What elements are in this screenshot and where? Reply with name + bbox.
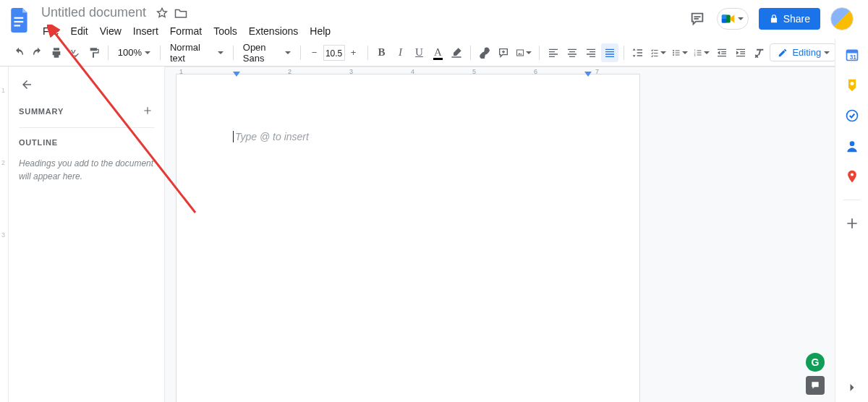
vertical-ruler: 1 2 3	[0, 67, 9, 402]
outline-collapse-button[interactable]	[19, 77, 35, 93]
line-spacing-button[interactable]	[629, 43, 647, 62]
docs-logo-icon[interactable]	[7, 4, 33, 36]
contacts-icon[interactable]	[845, 139, 859, 153]
svg-rect-18	[846, 50, 857, 53]
undo-button[interactable]	[10, 43, 27, 62]
numbered-list-button[interactable]: 123	[692, 43, 712, 62]
font-family-select[interactable]: Open Sans	[239, 43, 295, 62]
calendar-icon[interactable]: 31	[845, 48, 859, 62]
highlight-color-button[interactable]	[448, 43, 465, 62]
menu-bar: File Edit View Insert Format Tools Exten…	[38, 22, 336, 40]
underline-button[interactable]: U	[410, 43, 427, 62]
hide-side-panel-button[interactable]	[845, 380, 859, 395]
summary-heading: SUMMARY	[19, 107, 64, 116]
vruler-tick: 2	[1, 159, 5, 166]
ruler-tick: 7	[595, 68, 599, 75]
comments-icon[interactable]	[688, 9, 707, 28]
paragraph-style-select[interactable]: Normal text	[166, 43, 228, 62]
move-folder-icon[interactable]	[174, 7, 187, 20]
clear-formatting-button[interactable]	[751, 43, 768, 62]
font-size-input[interactable]: 10.5	[323, 45, 345, 61]
font-size-increase-button[interactable]: +	[345, 43, 362, 62]
menu-view[interactable]: View	[95, 22, 127, 40]
insert-image-button[interactable]	[514, 43, 534, 62]
share-button[interactable]: Share	[759, 8, 820, 30]
ruler-tick: 3	[349, 68, 353, 75]
text-color-button[interactable]: A	[429, 43, 446, 62]
zoom-value: 100%	[118, 47, 142, 58]
menu-insert[interactable]: Insert	[128, 22, 163, 40]
meet-button[interactable]	[717, 8, 749, 30]
svg-text:3: 3	[694, 54, 696, 57]
menu-file[interactable]: File	[38, 22, 64, 40]
zoom-select[interactable]: 100%	[114, 43, 155, 62]
redo-button[interactable]	[29, 43, 46, 62]
italic-button[interactable]: I	[391, 43, 409, 62]
document-placeholder: Type @ to insert	[233, 131, 309, 142]
svg-text:31: 31	[849, 54, 856, 61]
pencil-icon	[778, 48, 788, 58]
menu-edit[interactable]: Edit	[66, 22, 93, 40]
star-icon[interactable]	[156, 7, 169, 20]
align-left-button[interactable]	[545, 43, 562, 62]
menu-format[interactable]: Format	[165, 22, 207, 40]
paragraph-style-value: Normal text	[170, 42, 215, 64]
mode-select[interactable]: Editing	[770, 43, 836, 61]
menu-tools[interactable]: Tools	[208, 22, 242, 40]
title-area: Untitled document File Edit View Insert …	[38, 4, 336, 40]
title-bar: Untitled document File Edit View Insert …	[0, 0, 868, 39]
share-button-label: Share	[783, 13, 810, 25]
document-title[interactable]: Untitled document	[38, 4, 150, 21]
outline-heading: OUTLINE	[19, 138, 58, 147]
vruler-tick: 1	[1, 87, 5, 94]
font-family-value: Open Sans	[243, 42, 282, 64]
svg-rect-0	[14, 17, 24, 19]
add-summary-button[interactable]	[142, 106, 154, 117]
svg-point-13	[673, 54, 674, 56]
document-page[interactable]: Type @ to insert	[176, 74, 639, 402]
svg-rect-1	[14, 21, 24, 22]
font-size-control: − 10.5 +	[306, 43, 362, 62]
insert-comment-button[interactable]	[495, 43, 512, 62]
bold-button[interactable]: B	[373, 43, 390, 62]
decrease-indent-button[interactable]	[713, 43, 731, 62]
svg-point-22	[849, 141, 854, 146]
maps-icon[interactable]	[845, 169, 859, 184]
align-justify-button[interactable]	[601, 43, 618, 62]
svg-rect-10	[517, 49, 524, 55]
document-surface: 1 2 3 4 5 6 7 Type @ to insert	[165, 67, 868, 402]
tasks-icon[interactable]	[845, 108, 859, 123]
increase-indent-button[interactable]	[732, 43, 749, 62]
horizontal-ruler[interactable]: 1 2 3 4 5 6 7	[165, 67, 868, 67]
svg-rect-2	[14, 25, 21, 26]
vruler-tick: 3	[1, 231, 5, 239]
svg-rect-7	[721, 19, 726, 23]
align-center-button[interactable]	[563, 43, 581, 62]
checklist-button[interactable]	[648, 43, 668, 62]
side-panel: 31	[835, 39, 868, 402]
grammarly-icon[interactable]: G	[806, 353, 825, 372]
svg-rect-6	[721, 15, 726, 20]
align-right-button[interactable]	[582, 43, 600, 62]
spellcheck-button[interactable]	[67, 43, 84, 62]
ruler-tick: 2	[288, 68, 292, 75]
bulleted-list-button[interactable]	[670, 43, 690, 62]
toolbar: 100% Normal text Open Sans − 10.5 + B I …	[0, 39, 868, 67]
topbar-right: Share	[688, 4, 861, 30]
right-indent-marker[interactable]	[584, 72, 592, 77]
svg-point-20	[850, 82, 854, 85]
print-button[interactable]	[48, 43, 65, 62]
menu-extensions[interactable]: Extensions	[244, 22, 303, 40]
menu-help[interactable]: Help	[305, 22, 336, 40]
account-avatar[interactable]	[830, 7, 854, 30]
explore-button[interactable]	[806, 376, 825, 395]
ruler-tick: 1	[179, 68, 183, 75]
keep-icon[interactable]	[845, 78, 859, 93]
ruler-tick: 4	[411, 68, 414, 75]
outline-panel: SUMMARY OUTLINE Headings you add to the …	[9, 67, 165, 402]
font-size-decrease-button[interactable]: −	[306, 43, 323, 62]
insert-link-button[interactable]	[476, 43, 493, 62]
add-addon-button[interactable]	[845, 216, 859, 231]
paint-format-button[interactable]	[85, 43, 103, 62]
left-indent-marker[interactable]	[233, 72, 240, 77]
